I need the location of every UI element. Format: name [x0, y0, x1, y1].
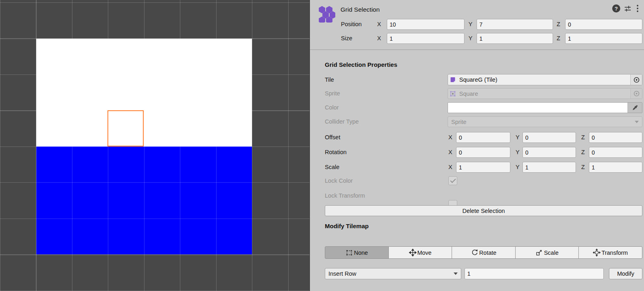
chevron-down-icon: [635, 121, 639, 123]
grid-selection-inspector: Grid Selection ? Position X Y Z Size X Y…: [310, 0, 644, 291]
rotate-icon: [471, 249, 479, 256]
position-x-axis: X: [377, 20, 381, 28]
color-swatch[interactable]: [448, 103, 627, 113]
modify-tilemap-section-title: Modify Tilemap: [325, 223, 369, 229]
offset-z-axis: Z: [581, 133, 585, 141]
tool-transform-button[interactable]: Transform: [578, 246, 642, 259]
color-field[interactable]: [448, 102, 642, 113]
move-icon: [409, 249, 417, 256]
offset-label: Offset: [325, 133, 340, 141]
position-z-input[interactable]: [565, 19, 642, 30]
tile-object-field[interactable]: SquareG (Tile): [448, 74, 642, 85]
modify-button[interactable]: Modify: [609, 268, 642, 279]
size-x-input[interactable]: [387, 33, 464, 44]
tool-move-label: Move: [417, 250, 431, 256]
size-y-input[interactable]: [477, 33, 553, 44]
scale-x-axis: X: [448, 163, 452, 171]
sprite-object-picker-icon: [630, 89, 642, 99]
modify-count-input[interactable]: [464, 268, 604, 279]
rotation-label: Rotation: [325, 148, 347, 156]
size-z-axis: Z: [557, 34, 560, 42]
panel-title: Grid Selection: [341, 6, 380, 13]
tool-rotate-button[interactable]: Rotate: [452, 246, 516, 259]
white-tile-block: [36, 39, 252, 147]
scale-y-axis: Y: [516, 163, 520, 171]
position-x-input[interactable]: [387, 19, 464, 30]
scale-icon: [535, 249, 543, 256]
sprite-asset-icon: [448, 91, 458, 97]
collider-type-value: Sprite: [451, 119, 635, 125]
color-label: Color: [325, 103, 339, 111]
none-selection-icon: [345, 249, 353, 256]
position-y-input[interactable]: [477, 19, 553, 30]
collider-type-label: Collider Type: [325, 118, 359, 126]
tool-scale-label: Scale: [544, 250, 558, 256]
transform-icon: [593, 249, 601, 256]
tile-label: Tile: [325, 76, 334, 84]
tool-move-button[interactable]: Move: [388, 246, 452, 259]
help-icon[interactable]: ?: [612, 4, 620, 12]
lock-color-checkbox: [448, 176, 457, 185]
tool-rotate-label: Rotate: [479, 250, 497, 256]
blue-tile-block: [36, 147, 252, 254]
position-label: Position: [341, 20, 362, 28]
properties-section-title: Grid Selection Properties: [325, 61, 397, 68]
scene-view[interactable]: [0, 0, 310, 291]
tile-asset-icon: [448, 76, 458, 83]
position-z-axis: Z: [557, 20, 560, 28]
modify-operation-value: Insert Row: [328, 270, 454, 277]
offset-y-axis: Y: [516, 133, 520, 141]
rotation-z-axis: Z: [581, 148, 585, 156]
size-x-axis: X: [377, 34, 381, 42]
rotation-y-input[interactable]: [522, 147, 576, 158]
delete-selection-button[interactable]: Delete Selection: [325, 205, 642, 216]
size-y-axis: Y: [469, 34, 473, 42]
rotation-x-axis: X: [448, 148, 452, 156]
scale-z-input[interactable]: [589, 162, 642, 173]
rotation-y-axis: Y: [516, 148, 520, 156]
kebab-menu-icon[interactable]: [635, 4, 640, 12]
grid-selection-outline: [107, 110, 144, 147]
chevron-down-icon: [454, 272, 458, 275]
scale-label: Scale: [325, 163, 339, 171]
lock-color-label: Lock Color: [325, 177, 353, 185]
scale-y-input[interactable]: [522, 162, 576, 173]
offset-x-input[interactable]: [456, 132, 510, 143]
scale-z-axis: Z: [581, 163, 585, 171]
offset-z-input[interactable]: [589, 132, 642, 143]
lock-transform-label: Lock Transform: [325, 192, 365, 200]
rotation-x-input[interactable]: [456, 147, 510, 158]
sprite-object-field: Square: [448, 88, 642, 99]
tool-scale-button[interactable]: Scale: [515, 246, 579, 259]
eyedropper-icon[interactable]: [627, 103, 642, 113]
scale-x-input[interactable]: [456, 162, 510, 173]
size-z-input[interactable]: [565, 33, 642, 44]
grid-selection-icon: [317, 5, 335, 25]
header-divider: [310, 50, 644, 50]
size-label: Size: [341, 34, 352, 42]
offset-x-axis: X: [448, 133, 452, 141]
sprite-object-value: Square: [458, 91, 630, 97]
tool-transform-label: Transform: [601, 250, 628, 256]
tile-object-value: SquareG (Tile): [458, 76, 630, 83]
presets-icon[interactable]: [623, 4, 632, 12]
collider-type-dropdown: Sprite: [448, 116, 642, 127]
tool-none-label: None: [354, 250, 368, 256]
offset-y-input[interactable]: [522, 132, 576, 143]
tile-object-picker-icon[interactable]: [630, 74, 642, 85]
modify-operation-dropdown[interactable]: Insert Row: [325, 268, 461, 279]
tool-none-button[interactable]: None: [325, 246, 389, 259]
rotation-z-input[interactable]: [589, 147, 642, 158]
modify-tool-bar: None Move Rotate: [325, 246, 642, 259]
sprite-label: Sprite: [325, 89, 340, 97]
position-y-axis: Y: [469, 20, 473, 28]
